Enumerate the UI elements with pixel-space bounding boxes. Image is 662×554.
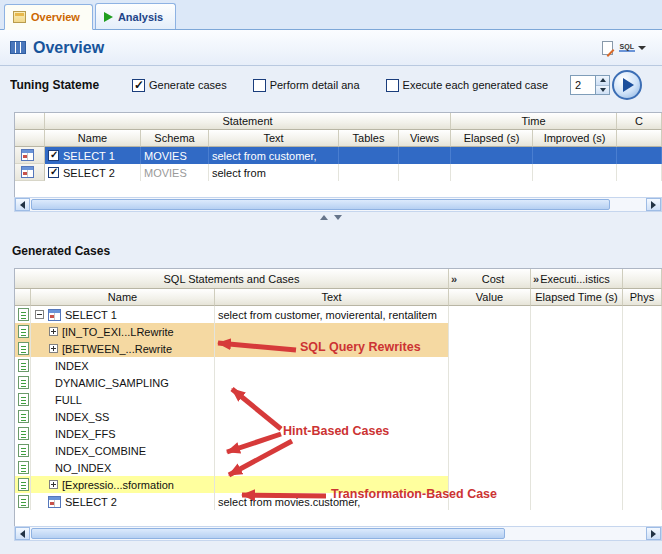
plan-doc-icon [18, 427, 29, 440]
cases-horizontal-scrollbar[interactable] [14, 526, 662, 541]
case-name-cell[interactable]: SELECT 2 [31, 493, 215, 510]
perform-detail-label: Perform detail ana [270, 79, 360, 91]
scroll-right-button[interactable] [646, 527, 661, 540]
tab-overview[interactable]: Overview [4, 4, 93, 30]
column-header-tables[interactable]: Tables [339, 130, 399, 147]
case-row-rewrite[interactable]: [BETWEEN_...Rewrite [15, 340, 662, 357]
case-row-hint[interactable]: FULL [15, 391, 662, 408]
scrollbar-thumb[interactable] [31, 528, 505, 539]
statement-cut-cell [617, 164, 662, 181]
case-row-transformation[interactable]: [Expressio...sformation [15, 476, 662, 493]
stepper-up-button[interactable] [596, 76, 609, 85]
scroll-left-button[interactable] [15, 527, 30, 540]
statement-name-cell[interactable]: SELECT 2 [45, 164, 141, 181]
case-elapsed-cell [531, 459, 623, 476]
group-header-time[interactable]: Time [451, 113, 617, 130]
left-arrow-icon [20, 201, 25, 209]
case-text-cell [215, 391, 449, 408]
column-header-text[interactable]: Text [209, 130, 339, 147]
case-name-cell[interactable]: DYNAMIC_SAMPLING [31, 374, 215, 391]
group-header-statement[interactable]: Statement [45, 113, 451, 130]
group-header-cut[interactable]: C [617, 113, 662, 130]
run-tuning-button[interactable] [612, 70, 642, 100]
column-header-text[interactable]: Text [215, 289, 449, 306]
column-header-schema[interactable]: Schema [141, 130, 209, 147]
collapse-chevron-icon[interactable]: » [451, 273, 457, 285]
column-header-value[interactable]: Value [449, 289, 531, 306]
stepper-down-button[interactable] [596, 85, 609, 95]
case-name-cell[interactable]: SELECT 1 [31, 306, 215, 323]
checkbox-icon[interactable] [386, 79, 399, 92]
statement-row-select1[interactable]: SELECT 1 MOVIES select from customer, [15, 147, 662, 164]
scroll-left-button[interactable] [15, 198, 30, 211]
plan-doc-icon [18, 410, 29, 423]
pane-splitter[interactable] [0, 212, 662, 222]
column-header-improved[interactable]: Improved (s) [533, 130, 617, 147]
case-elapsed-cell [531, 357, 623, 374]
case-value-cell [449, 340, 531, 357]
case-count-value[interactable]: 2 [571, 76, 595, 94]
tab-analysis[interactable]: Analysis [95, 3, 176, 29]
case-row-hint[interactable]: NO_INDEX [15, 459, 662, 476]
expander-plus-icon[interactable] [49, 480, 58, 489]
case-name-cell[interactable]: [IN_TO_EXI...LRewrite [31, 323, 215, 340]
execute-each-checkbox[interactable]: Execute each generated case [386, 79, 549, 92]
case-row-hint[interactable]: INDEX [15, 357, 662, 374]
case-phys-cell [623, 459, 662, 476]
case-name-cell[interactable]: INDEX_FFS [31, 425, 215, 442]
checkbox-checked-icon[interactable] [132, 79, 145, 92]
case-name-cell[interactable]: FULL [31, 391, 215, 408]
column-header-views[interactable]: Views [399, 130, 451, 147]
sql-menu-button[interactable]: SQL [619, 38, 646, 58]
case-name-cell[interactable]: [BETWEEN_...Rewrite [31, 340, 215, 357]
case-row-rewrite[interactable]: [IN_TO_EXI...LRewrite [15, 323, 662, 340]
column-header-name[interactable]: Name [45, 130, 141, 147]
splitter-down-icon[interactable] [334, 215, 342, 220]
row-header-cell[interactable] [15, 164, 45, 181]
case-count-stepper[interactable]: 2 [570, 75, 610, 95]
group-header-sql-statements[interactable]: SQL Statements and Cases [15, 269, 449, 289]
case-name: FULL [55, 394, 82, 406]
splitter-up-icon[interactable] [320, 215, 328, 220]
column-header-elapsed-time[interactable]: Elapsed Time (s) [531, 289, 623, 306]
row-checkbox-checked[interactable] [48, 167, 59, 178]
case-name-cell[interactable]: INDEX_COMBINE [31, 442, 215, 459]
case-value-cell [449, 391, 531, 408]
scrollbar-track[interactable] [30, 198, 646, 211]
statement-row-select2[interactable]: SELECT 2 MOVIES select from [15, 164, 662, 181]
column-header-phys[interactable]: Phys [623, 289, 662, 306]
expander-minus-icon[interactable] [35, 310, 44, 319]
case-name-cell[interactable]: NO_INDEX [31, 459, 215, 476]
expander-plus-icon[interactable] [49, 344, 58, 353]
scrollbar-track[interactable] [30, 527, 646, 540]
case-row-select1[interactable]: SELECT 1 select from customer, movierent… [15, 306, 662, 323]
plan-doc-icon [18, 495, 29, 508]
column-header-elapsed[interactable]: Elapsed (s) [451, 130, 533, 147]
case-row-hint[interactable]: DYNAMIC_SAMPLING [15, 374, 662, 391]
row-checkbox-checked[interactable] [48, 150, 59, 161]
expander-plus-icon[interactable] [49, 327, 58, 336]
case-name-cell[interactable]: INDEX_SS [31, 408, 215, 425]
case-row-hint[interactable]: INDEX_SS [15, 408, 662, 425]
row-icon-cell [15, 391, 31, 408]
edit-sql-icon[interactable] [602, 38, 613, 58]
case-row-hint[interactable]: INDEX_COMBINE [15, 442, 662, 459]
case-name-cell[interactable]: INDEX [31, 357, 215, 374]
scroll-right-button[interactable] [646, 198, 661, 211]
case-row-hint[interactable]: INDEX_FFS [15, 425, 662, 442]
column-header-name[interactable]: Name [31, 289, 215, 306]
checkbox-icon[interactable] [253, 79, 266, 92]
scrollbar-thumb[interactable] [31, 199, 610, 210]
row-header-cell[interactable] [15, 147, 45, 164]
case-value-cell [449, 357, 531, 374]
case-row-select2[interactable]: SELECT 2 select from movies.customer, [15, 493, 662, 510]
case-name-cell[interactable]: [Expressio...sformation [31, 476, 215, 493]
statements-horizontal-scrollbar[interactable] [14, 197, 662, 212]
collapse-chevron-icon[interactable]: » [533, 273, 539, 285]
generate-cases-checkbox[interactable]: Generate cases [132, 79, 227, 92]
perform-detail-checkbox[interactable]: Perform detail ana [253, 79, 360, 92]
group-header-execution-statistics[interactable]: » Executi...istics [531, 269, 623, 289]
case-elapsed-cell [531, 323, 623, 340]
statement-name-cell[interactable]: SELECT 1 [45, 147, 141, 164]
group-header-cost[interactable]: » Cost [449, 269, 531, 289]
